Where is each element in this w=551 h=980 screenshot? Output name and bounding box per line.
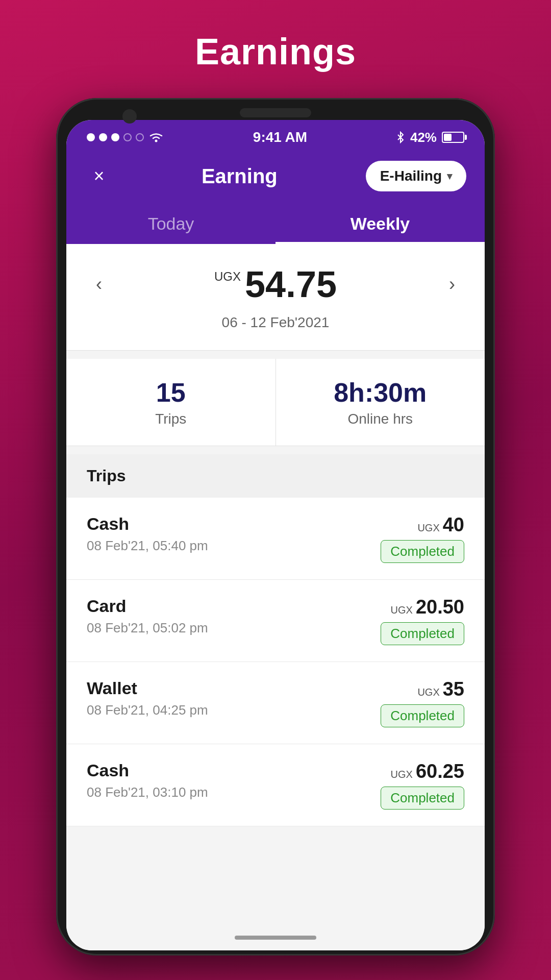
trip-value: 60.25 — [416, 761, 464, 782]
status-time: 9:41 AM — [253, 129, 307, 145]
page-bg-title: Earnings — [195, 31, 356, 72]
trips-stat: 15 Trips — [66, 359, 276, 446]
header-row: × Earning E-Hailing ▾ — [85, 161, 466, 203]
trip-left: Cash 08 Feb'21, 05:40 pm — [87, 514, 208, 554]
stats-row: 15 Trips 8h:30m Online hrs — [66, 359, 485, 446]
phone-top — [56, 98, 495, 117]
earnings-amount: UGX 54.75 — [214, 263, 337, 305]
trips-value: 15 — [156, 377, 186, 408]
tab-today[interactable]: Today — [66, 203, 276, 244]
list-item[interactable]: Card 08 Feb'21, 05:02 pm UGX 20.50 Compl… — [66, 580, 485, 662]
status-left — [87, 132, 164, 143]
trip-amount: UGX 35 — [417, 678, 464, 700]
online-hrs-stat: 8h:30m Online hrs — [276, 359, 485, 446]
app-header: × Earning E-Hailing ▾ — [66, 151, 485, 203]
battery-icon — [442, 132, 464, 143]
earnings-value: 54.75 — [245, 263, 337, 305]
phone-frame: 9:41 AM 42% × Earning E-Hailing — [56, 98, 495, 955]
trip-right: UGX 40 Completed — [381, 514, 464, 563]
status-badge: Completed — [381, 622, 464, 645]
trip-currency: UGX — [417, 687, 439, 698]
trip-left: Wallet 08 Feb'21, 04:25 pm — [87, 678, 208, 718]
trip-right: UGX 20.50 Completed — [381, 596, 464, 645]
trip-list: Cash 08 Feb'21, 05:40 pm UGX 40 Complete… — [66, 498, 485, 826]
trip-time: 08 Feb'21, 03:10 pm — [87, 785, 208, 800]
trip-method: Card — [87, 596, 208, 616]
status-right: 42% — [396, 130, 464, 145]
list-item[interactable]: Cash 08 Feb'21, 03:10 pm UGX 60.25 Compl… — [66, 744, 485, 826]
list-item[interactable]: Cash 08 Feb'21, 05:40 pm UGX 40 Complete… — [66, 498, 485, 580]
signal-dot-3 — [111, 133, 119, 141]
next-period-button[interactable]: › — [440, 268, 464, 300]
wifi-icon — [148, 132, 164, 143]
trip-left: Cash 08 Feb'21, 03:10 pm — [87, 761, 208, 800]
trip-currency: UGX — [417, 522, 439, 534]
close-button[interactable]: × — [85, 162, 113, 190]
list-item[interactable]: Wallet 08 Feb'21, 04:25 pm UGX 35 Comple… — [66, 662, 485, 744]
service-selector-label: E-Hailing — [380, 168, 442, 184]
date-range: 06 - 12 Feb'2021 — [222, 314, 330, 331]
trip-right: UGX 60.25 Completed — [381, 761, 464, 810]
trip-method: Cash — [87, 514, 208, 534]
earnings-card: ‹ UGX 54.75 › 06 - 12 Feb'2021 — [66, 244, 485, 351]
content-area: ‹ UGX 54.75 › 06 - 12 Feb'2021 15 Trips … — [66, 244, 485, 925]
trip-time: 08 Feb'21, 05:02 pm — [87, 620, 208, 636]
trips-section-title: Trips — [87, 467, 126, 485]
signal-dot-5 — [136, 133, 144, 141]
front-camera — [122, 109, 137, 124]
signal-dot-2 — [99, 133, 107, 141]
bluetooth-icon — [396, 131, 405, 143]
tab-bar: Today Weekly — [66, 203, 485, 244]
header-title: Earning — [202, 165, 278, 188]
trip-time: 08 Feb'21, 05:40 pm — [87, 538, 208, 554]
trip-value: 20.50 — [416, 596, 464, 618]
tab-weekly[interactable]: Weekly — [276, 203, 485, 244]
battery-fill — [444, 134, 452, 141]
trip-amount: UGX 20.50 — [391, 596, 464, 618]
signal-dot-1 — [87, 133, 95, 141]
trip-value: 40 — [443, 514, 464, 536]
trips-label: Trips — [155, 411, 186, 427]
svg-point-0 — [155, 140, 158, 142]
status-badge: Completed — [381, 787, 464, 810]
earnings-currency: UGX — [214, 270, 241, 284]
status-bar: 9:41 AM 42% — [66, 120, 485, 151]
trip-amount: UGX 60.25 — [391, 761, 464, 782]
chevron-down-icon: ▾ — [447, 170, 452, 182]
trip-method: Wallet — [87, 678, 208, 698]
status-badge: Completed — [381, 540, 464, 563]
phone-screen: 9:41 AM 42% × Earning E-Hailing — [66, 120, 485, 950]
online-label: Online hrs — [347, 411, 413, 427]
trip-currency: UGX — [391, 769, 413, 780]
trips-section: Trips Cash 08 Feb'21, 05:40 pm UGX 40 Co… — [66, 454, 485, 826]
trip-left: Card 08 Feb'21, 05:02 pm — [87, 596, 208, 636]
trip-currency: UGX — [391, 604, 413, 616]
online-value: 8h:30m — [334, 377, 427, 408]
trip-time: 08 Feb'21, 04:25 pm — [87, 702, 208, 718]
trip-value: 35 — [443, 678, 464, 700]
trips-section-header: Trips — [66, 454, 485, 498]
signal-dot-4 — [123, 133, 132, 141]
prev-period-button[interactable]: ‹ — [87, 268, 111, 300]
trip-right: UGX 35 Completed — [381, 678, 464, 727]
trip-amount: UGX 40 — [417, 514, 464, 536]
trip-method: Cash — [87, 761, 208, 780]
status-badge: Completed — [381, 704, 464, 727]
home-indicator-bar — [66, 925, 485, 950]
phone-speaker — [240, 108, 311, 117]
battery-percentage: 42% — [410, 130, 437, 145]
earnings-nav: ‹ UGX 54.75 › — [87, 263, 464, 305]
home-indicator — [235, 936, 316, 940]
service-selector-button[interactable]: E-Hailing ▾ — [366, 161, 466, 191]
